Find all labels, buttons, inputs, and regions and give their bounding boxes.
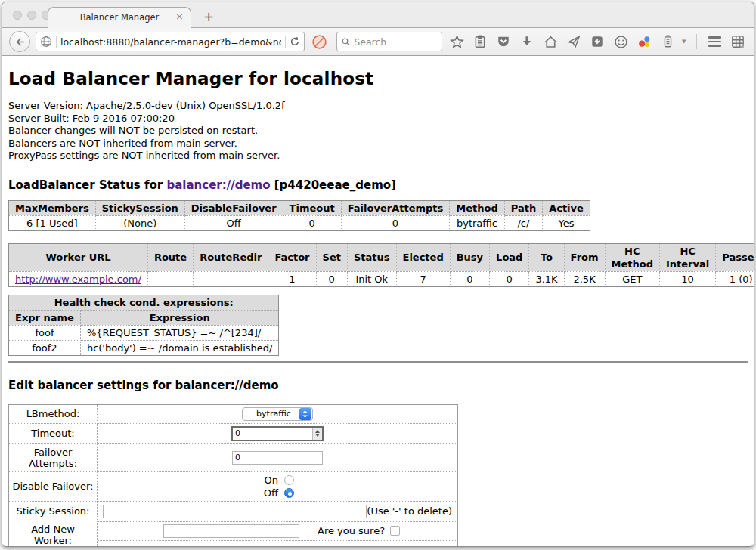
worker-cell: Init Ok: [347, 271, 396, 286]
tab-balancer-manager[interactable]: Balancer Manager ×: [48, 7, 191, 28]
worker-col-header: Set: [316, 243, 347, 271]
add-worker-row: Add New Worker: Are you sure?: [9, 521, 458, 547]
search-bar[interactable]: [336, 32, 442, 51]
sticky-session-hint: (Use '-' to delete): [367, 505, 454, 517]
edit-settings-heading: Edit balancer settings for balancer://de…: [8, 379, 748, 392]
balancer-data-row: 6 [1 Used](None)Off00bytraffic/c/Yes: [9, 215, 590, 230]
are-you-sure-label: Are you sure?: [318, 525, 385, 536]
home-icon[interactable]: [541, 32, 559, 51]
url-bar[interactable]: localhost:8880/balancer-manager?b=demo&n…: [36, 32, 305, 51]
feedback-smiley-icon[interactable]: [612, 32, 630, 51]
bookmark-star-icon[interactable]: [448, 32, 466, 51]
urlbar-divider: [285, 36, 286, 48]
search-icon: [342, 37, 350, 47]
close-window-button[interactable]: [13, 11, 22, 20]
timeout-input[interactable]: [233, 428, 312, 440]
status-heading: LoadBalancer Status for balancer://demo …: [8, 178, 748, 192]
balancer-header-row: MaxMembersStickySessionDisableFailoverTi…: [9, 200, 590, 215]
section-divider: [8, 361, 748, 363]
tab-close-icon[interactable]: ×: [175, 11, 184, 21]
sticky-session-row: Sticky Session: (Use '-' to delete): [9, 501, 458, 521]
downloads-icon[interactable]: [518, 32, 536, 51]
disable-failover-radios: On Off: [101, 474, 454, 499]
worker-table: Worker URLRouteRouteRedirFactorSetStatus…: [8, 243, 754, 287]
worker-col-header: Status: [347, 243, 396, 271]
expr-name: foof: [9, 325, 81, 340]
plugin-blocked-icon[interactable]: [310, 32, 328, 51]
balancer-link[interactable]: balancer://demo: [166, 178, 270, 192]
are-you-sure-checkbox[interactable]: [390, 526, 400, 536]
balancer-col-header: FailoverAttempts: [341, 200, 450, 215]
select-stepper-icon: [299, 408, 311, 420]
worker-cell: 3.1K: [529, 271, 564, 286]
worker-url-cell: http://www.example.com/: [9, 271, 148, 286]
expr-value: %{REQUEST_STATUS} =~ /^[234]/: [80, 325, 279, 340]
new-tab-button[interactable]: +: [203, 11, 214, 23]
back-arrow-icon: [14, 36, 26, 48]
health-col-header: Expression: [80, 310, 279, 325]
worker-url-link[interactable]: http://www.example.com/: [15, 273, 141, 285]
balancer-col-header: Method: [450, 200, 504, 215]
pocket-icon[interactable]: [494, 32, 513, 51]
tab-bar: Balancer Manager × +: [2, 2, 754, 28]
worker-col-header: Elected: [396, 243, 450, 271]
panel-download-icon[interactable]: [588, 32, 606, 51]
url-text[interactable]: localhost:8880/balancer-manager?b=demo&n…: [60, 36, 281, 48]
browser-window: Balancer Manager × + localhost:8880/bala…: [2, 2, 754, 547]
worker-col-header: Passes: [716, 243, 754, 271]
page-title: Load Balancer Manager for localhost: [8, 69, 748, 88]
failover-on-radio[interactable]: [284, 475, 294, 485]
sidebar-grid-icon[interactable]: [729, 32, 747, 51]
reading-list-icon[interactable]: [471, 32, 489, 51]
expr-name: foof2: [9, 340, 81, 355]
lbmethod-select[interactable]: bytraffic: [242, 407, 313, 421]
worker-data-row: http://www.example.com/10Init Ok7003.1K2…: [9, 271, 755, 286]
health-col-header: Expr name: [9, 310, 81, 325]
back-button[interactable]: [9, 31, 30, 52]
server-version: Server Version: Apache/2.5.0-dev (Unix) …: [8, 100, 748, 113]
failover-attempts-input[interactable]: [232, 451, 323, 465]
number-spinner-icon[interactable]: [312, 428, 322, 440]
notice-persist: Balancer changes will NOT be persisted o…: [8, 125, 748, 138]
worker-col-header: To: [529, 243, 564, 271]
navigation-toolbar: localhost:8880/balancer-manager?b=demo&n…: [2, 28, 754, 56]
send-tab-icon[interactable]: [565, 32, 583, 51]
balancer-col-header: Timeout: [283, 200, 341, 215]
notice-balancers: Balancers are NOT inherited from main se…: [8, 138, 748, 150]
container-extension-icon[interactable]: [658, 32, 677, 51]
balancer-status-table: MaxMembersStickySessionDisableFailoverTi…: [8, 200, 590, 231]
worker-cell: [194, 271, 268, 286]
worker-cell: 1 (0): [716, 271, 754, 286]
worker-cell: GET: [605, 271, 659, 286]
sticky-session-input[interactable]: [103, 505, 367, 518]
worker-col-header: RouteRedir: [194, 243, 268, 271]
timeout-label: Timeout:: [9, 423, 98, 443]
notice-proxypass: ProxyPass settings are NOT inherited fro…: [8, 150, 748, 162]
failover-off-radio[interactable]: [284, 488, 294, 498]
balancer-col-header: MaxMembers: [9, 200, 96, 215]
worker-col-header: Load: [490, 243, 529, 271]
site-identity-globe-icon[interactable]: [40, 36, 52, 48]
worker-col-header: HC Interval: [659, 243, 715, 271]
reload-icon[interactable]: [290, 36, 300, 47]
worker-cell: 2.5K: [564, 271, 605, 286]
disable-failover-label: Disable Failover:: [9, 471, 98, 501]
worker-cell: 0: [316, 271, 347, 286]
colored-dots-extension-icon[interactable]: [635, 32, 653, 51]
page-content: Load Balancer Manager for localhost Serv…: [2, 56, 754, 547]
balancer-cell: (None): [95, 215, 184, 230]
overflow-caret-icon[interactable]: ▼: [682, 39, 688, 45]
balancer-cell: Yes: [543, 215, 590, 230]
worker-header-row: Worker URLRouteRouteRedirFactorSetStatus…: [9, 243, 755, 271]
lbmethod-selected-value: bytraffic: [253, 409, 299, 419]
menu-icon[interactable]: [705, 32, 723, 51]
worker-col-header: HC Method: [605, 243, 659, 271]
balancer-cell: /c/: [504, 215, 542, 230]
add-worker-input[interactable]: [163, 524, 299, 538]
search-input[interactable]: [354, 36, 437, 48]
balancer-col-header: StickySession: [95, 200, 184, 215]
worker-col-header: Worker URL: [9, 243, 148, 271]
server-info: Server Version: Apache/2.5.0-dev (Unix) …: [8, 100, 748, 162]
minimize-window-button[interactable]: [27, 11, 36, 20]
radio-off-label: Off: [259, 487, 278, 499]
